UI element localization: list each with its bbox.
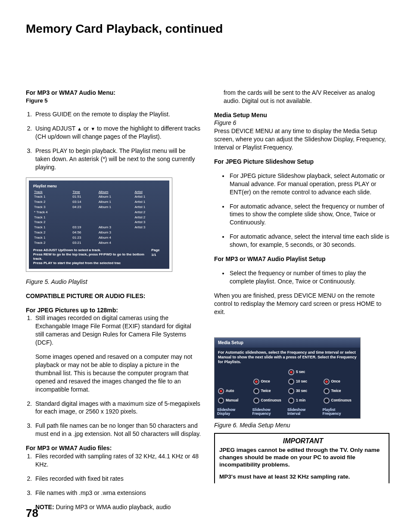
bullet-2: For automatic advance, select the freque… [229,202,389,227]
bullet-mp3-1: Select the frequency or number of times … [229,269,389,286]
important-title: IMPORTANT [219,436,387,446]
th-time: Time [72,190,97,195]
exit-text: When you are finished, press DEVICE MENU… [214,292,389,316]
th-artist: Artist [134,190,165,195]
important-body-2: MP3's must have at least 32 KHz sampling… [219,473,387,481]
radio-icon [288,398,294,404]
audio-item-2: Files recorded with fixed bit rates [34,475,201,483]
radio-pcontinuous: Continuous [323,396,358,405]
table-row: Track 1Artist 2 [33,215,165,220]
figure-5-caption: Figure 5. Audio Playlist [26,278,201,286]
fig5-help3: Press PLAY to start the playlist from th… [33,261,151,265]
bullet-1: For JPEG picture Slideshow playback, sel… [229,172,389,196]
jpeg-list: Still images recorded on digital cameras… [26,314,201,438]
hdr-display: SlideshowDisplay [217,408,252,416]
fig5-help2: Press REW to go to the top track, press … [33,252,151,261]
radio-twice: Twice [252,386,288,396]
radio-icon [288,388,294,394]
fig5-table: Track Time Album Artist Track 101:51Albu… [33,190,165,246]
jpeg-slideshow-bullets: For JPEG picture Slideshow playback, sel… [214,172,389,249]
radio-30sec: 30 sec [287,386,323,396]
th-track: Track [33,190,72,195]
radio-once: Once [252,377,288,386]
audio-item-3: File names with .mp3 or .wma extensions [34,489,201,497]
important-body-1: JPEG images cannot be edited through the… [219,447,387,469]
figure-5-playlist-screenshot: Playlist menu Track Time Album Artist Tr… [26,177,172,272]
important-box: IMPORTANT JPEG images cannot be edited t… [214,433,389,483]
heading-mp3-playlist-setup: For MP3 or WMA7 Audio Playlist Setup [214,255,389,263]
arrow-down-icon [90,125,95,132]
fig6-desc: For Automatic slideshows, select the Fre… [215,348,360,367]
radio-icon [324,398,330,404]
radio-continuous: Continuous [252,396,288,405]
radio-manual: Manual [217,396,252,405]
right-column: from the cards will be sent to the A/V R… [214,89,389,511]
figure-ref-6: Figure 6 [214,119,389,127]
heading-audio-files: For MP3 or WMA7 Audio files: [26,444,201,452]
jpeg-item-3: Full path file names can be no longer th… [34,422,201,438]
table-row: Track 101:23Album 4 [33,235,165,240]
heading-media-setup: Media Setup Menu [214,111,389,119]
fig6-headers: SlideshowDisplay SlideshowFrequency Slid… [215,405,360,417]
arrow-up-icon [77,125,82,132]
radio-icon [288,369,294,375]
radio-icon [288,379,294,385]
table-row: Track 203:21Album 4 [33,240,165,246]
radio-5sec: 5 sec [287,367,323,377]
table-row: Track 203:14Album 1Artist 1 [33,200,165,205]
table-row: Track 304:23Album 1Artist 1 [33,205,165,210]
radio-icon [324,379,330,385]
media-setup-text: Press DEVICE MENU at any time to display… [214,127,389,152]
fig6-title: Media Setup [215,338,360,348]
table-row: * Track 4Artist 2 [33,210,165,215]
table-row: Track 204:56Album 3 [33,230,165,235]
audio-menu-steps: Press GUIDE on the remote to display the… [26,110,201,171]
page-title: Memory Card Playback, continued [26,21,389,37]
radio-1min: 1 min [287,396,323,405]
jpeg-item-1: Still images recorded on digital cameras… [34,314,201,393]
radio-ptwice: Twice [323,386,358,396]
table-row: Track 2Artist 3 [33,220,165,225]
radio-10sec: 10 sec [287,377,323,386]
radio-icon [253,388,259,394]
step-2: Using ADJUST or to move the highlight to… [34,124,201,141]
bullet-3: For automatic advance, select the interv… [229,233,389,249]
table-row: Track 103:19Album 3Artist 3 [33,225,165,230]
step-3: Press PLAY to begin playback. The Playli… [34,147,201,171]
figure-6-caption: Figure 6. Media Setup Menu [214,421,389,429]
figure-ref-5: Figure 5 [26,97,201,105]
note-text: During MP3 or WMA audio playback, audio [54,504,171,510]
radio-auto: Auto [217,386,252,396]
page-number: 78 [26,506,38,521]
fig5-help1: Press ADJUST Up/Down to select a track. [33,248,151,252]
fig5-page: Page 1/1 [151,248,165,265]
table-row: Track 101:51Album 1Artist 1 [33,195,165,200]
heading-jpeg-slideshow: For JPEG Picture Slideshow Setup [214,158,389,166]
heading-jpeg-pictures: For JPEG Pictures up to 128mb: [26,306,201,314]
radio-icon [324,388,330,394]
figure-6-media-setup-screenshot: Media Setup For Automatic slideshows, se… [214,337,361,419]
step-1: Press GUIDE on the remote to display the… [34,110,201,118]
audio-item-1: Files recorded with sampling rates of 32… [34,452,201,469]
radio-icon [253,398,259,404]
th-album: Album [98,190,134,195]
note-block: NOTE: During MP3 or WMA audio playback, … [35,503,201,511]
jpeg-item-2: Standard digital images with a maximum s… [34,400,201,416]
hdr-pfreq: PlaylistFrequency [323,408,358,416]
mp3-playlist-bullets: Select the frequency or number of times … [214,269,389,286]
hdr-freq: SlideshowFrequency [252,408,288,416]
fig5-title: Playlist menu [33,184,165,189]
carry-over-text: from the cards will be sent to the A/V R… [224,89,389,105]
audio-files-list: Files recorded with sampling rates of 32… [26,452,201,497]
radio-icon [218,398,224,404]
heading-compatible-files: COMPATIBLE PICTURE OR AUDIO FILES: [26,292,201,300]
radio-ponce: Once [323,377,358,386]
radio-icon [218,388,224,394]
heading-audio-menu: For MP3 or WMA7 Audio Menu: [26,89,201,97]
hdr-interval: SlideshowInterval [287,408,323,416]
left-column: For MP3 or WMA7 Audio Menu: Figure 5 Pre… [26,89,201,511]
radio-icon [253,379,259,385]
